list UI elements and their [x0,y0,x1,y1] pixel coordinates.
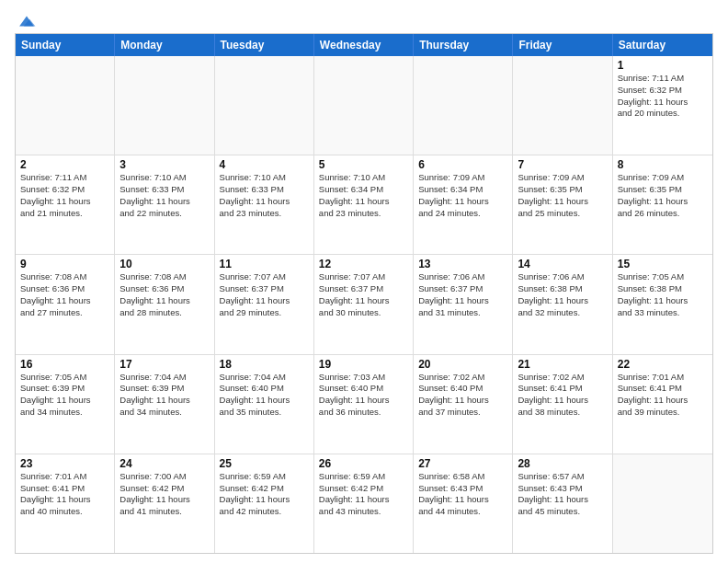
calendar-row: 2Sunrise: 7:11 AM Sunset: 6:32 PM Daylig… [16,155,712,254]
cell-text: Sunrise: 7:10 AM Sunset: 6:33 PM Dayligh… [119,172,209,219]
cell-text: Sunrise: 7:09 AM Sunset: 6:34 PM Dayligh… [418,172,507,219]
weekday-header: Sunday [16,34,115,56]
calendar-cell: 1Sunrise: 7:11 AM Sunset: 6:32 PM Daylig… [613,56,712,155]
day-number: 16 [20,358,109,371]
calendar-cell: 4Sunrise: 7:10 AM Sunset: 6:33 PM Daylig… [215,155,314,254]
calendar-cell: 27Sunrise: 6:58 AM Sunset: 6:43 PM Dayli… [414,454,513,553]
calendar-cell: 12Sunrise: 7:07 AM Sunset: 6:37 PM Dayli… [314,255,414,353]
calendar-cell: 11Sunrise: 7:07 AM Sunset: 6:37 PM Dayli… [215,255,314,353]
day-number: 11 [220,258,309,270]
day-number: 26 [319,457,408,470]
day-number: 3 [119,158,209,171]
calendar-cell: 28Sunrise: 6:57 AM Sunset: 6:43 PM Dayli… [513,454,612,553]
calendar-cell: 7Sunrise: 7:09 AM Sunset: 6:35 PM Daylig… [513,155,612,254]
calendar-cell: 20Sunrise: 7:02 AM Sunset: 6:40 PM Dayli… [414,355,513,454]
day-number: 9 [20,258,109,270]
cell-text: Sunrise: 6:59 AM Sunset: 6:42 PM Dayligh… [319,471,408,518]
day-number: 24 [119,457,209,470]
calendar-cell: 2Sunrise: 7:11 AM Sunset: 6:32 PM Daylig… [16,155,115,254]
weekday-header: Friday [513,34,612,56]
weekday-header: Tuesday [215,34,314,56]
day-number: 23 [20,457,109,470]
cell-text: Sunrise: 7:11 AM Sunset: 6:32 PM Dayligh… [618,73,708,120]
cell-text: Sunrise: 7:08 AM Sunset: 6:36 PM Dayligh… [20,271,109,318]
calendar-cell: 5Sunrise: 7:10 AM Sunset: 6:34 PM Daylig… [314,155,414,254]
day-number: 4 [220,158,309,171]
calendar-row: 16Sunrise: 7:05 AM Sunset: 6:39 PM Dayli… [16,354,712,454]
calendar-cell [613,454,712,553]
day-number: 25 [220,457,309,470]
weekday-header: Monday [115,34,214,56]
day-number: 10 [119,258,209,270]
cell-text: Sunrise: 6:59 AM Sunset: 6:42 PM Dayligh… [220,471,309,518]
day-number: 19 [319,358,408,371]
calendar-cell: 24Sunrise: 7:00 AM Sunset: 6:42 PM Dayli… [115,454,214,553]
calendar-cell: 13Sunrise: 7:06 AM Sunset: 6:37 PM Dayli… [414,255,513,353]
weekday-header: Saturday [613,34,712,56]
day-number: 17 [119,358,209,371]
calendar-cell: 25Sunrise: 6:59 AM Sunset: 6:42 PM Dayli… [215,454,314,553]
cell-text: Sunrise: 7:10 AM Sunset: 6:34 PM Dayligh… [319,172,408,219]
calendar-body: 1Sunrise: 7:11 AM Sunset: 6:32 PM Daylig… [16,56,712,553]
calendar-cell [115,56,214,155]
day-number: 27 [418,457,507,470]
calendar-row: 9Sunrise: 7:08 AM Sunset: 6:36 PM Daylig… [16,254,712,353]
cell-text: Sunrise: 7:05 AM Sunset: 6:38 PM Dayligh… [618,271,708,318]
logo-icon [17,11,37,31]
calendar-cell: 9Sunrise: 7:08 AM Sunset: 6:36 PM Daylig… [16,255,115,353]
calendar-cell [314,56,414,155]
day-number: 21 [518,358,607,371]
cell-text: Sunrise: 7:02 AM Sunset: 6:40 PM Dayligh… [418,372,507,419]
day-number: 20 [418,358,507,371]
calendar-cell [414,56,513,155]
calendar-header: SundayMondayTuesdayWednesdayThursdayFrid… [16,34,712,56]
calendar-cell: 21Sunrise: 7:02 AM Sunset: 6:41 PM Dayli… [513,355,612,454]
cell-text: Sunrise: 7:09 AM Sunset: 6:35 PM Dayligh… [618,172,708,219]
day-number: 7 [518,158,607,171]
cell-text: Sunrise: 7:11 AM Sunset: 6:32 PM Dayligh… [20,172,109,219]
calendar-cell: 6Sunrise: 7:09 AM Sunset: 6:34 PM Daylig… [414,155,513,254]
calendar-cell: 22Sunrise: 7:01 AM Sunset: 6:41 PM Dayli… [613,355,712,454]
logo [15,11,37,28]
calendar-cell: 8Sunrise: 7:09 AM Sunset: 6:35 PM Daylig… [613,155,712,254]
cell-text: Sunrise: 7:09 AM Sunset: 6:35 PM Dayligh… [518,172,607,219]
calendar-cell: 23Sunrise: 7:01 AM Sunset: 6:41 PM Dayli… [16,454,115,553]
calendar-cell: 3Sunrise: 7:10 AM Sunset: 6:33 PM Daylig… [115,155,214,254]
cell-text: Sunrise: 7:02 AM Sunset: 6:41 PM Dayligh… [518,372,607,419]
cell-text: Sunrise: 7:03 AM Sunset: 6:40 PM Dayligh… [319,372,408,419]
day-number: 22 [618,358,708,371]
calendar-cell: 26Sunrise: 6:59 AM Sunset: 6:42 PM Dayli… [314,454,414,553]
cell-text: Sunrise: 7:07 AM Sunset: 6:37 PM Dayligh… [220,271,309,318]
day-number: 13 [418,258,507,270]
day-number: 8 [618,158,708,171]
day-number: 2 [20,158,109,171]
cell-text: Sunrise: 7:04 AM Sunset: 6:40 PM Dayligh… [220,372,309,419]
calendar-cell [215,56,314,155]
calendar: SundayMondayTuesdayWednesdayThursdayFrid… [15,33,713,554]
calendar-row: 23Sunrise: 7:01 AM Sunset: 6:41 PM Dayli… [16,454,712,553]
cell-text: Sunrise: 7:10 AM Sunset: 6:33 PM Dayligh… [220,172,309,219]
weekday-header: Wednesday [314,34,414,56]
cell-text: Sunrise: 7:07 AM Sunset: 6:37 PM Dayligh… [319,271,408,318]
page: SundayMondayTuesdayWednesdayThursdayFrid… [0,0,728,563]
cell-text: Sunrise: 7:06 AM Sunset: 6:37 PM Dayligh… [418,271,507,318]
day-number: 5 [319,158,408,171]
day-number: 14 [518,258,607,270]
calendar-cell: 16Sunrise: 7:05 AM Sunset: 6:39 PM Dayli… [16,355,115,454]
cell-text: Sunrise: 7:05 AM Sunset: 6:39 PM Dayligh… [20,372,109,419]
day-number: 18 [220,358,309,371]
cell-text: Sunrise: 7:01 AM Sunset: 6:41 PM Dayligh… [20,471,109,518]
day-number: 28 [518,457,607,470]
calendar-cell [16,56,115,155]
cell-text: Sunrise: 7:08 AM Sunset: 6:36 PM Dayligh… [119,271,209,318]
day-number: 1 [618,59,708,72]
cell-text: Sunrise: 7:01 AM Sunset: 6:41 PM Dayligh… [618,372,708,419]
calendar-cell: 14Sunrise: 7:06 AM Sunset: 6:38 PM Dayli… [513,255,612,353]
cell-text: Sunrise: 6:57 AM Sunset: 6:43 PM Dayligh… [518,471,607,518]
calendar-row: 1Sunrise: 7:11 AM Sunset: 6:32 PM Daylig… [16,56,712,155]
weekday-header: Thursday [414,34,513,56]
cell-text: Sunrise: 7:00 AM Sunset: 6:42 PM Dayligh… [119,471,209,518]
day-number: 15 [618,258,708,270]
calendar-cell: 10Sunrise: 7:08 AM Sunset: 6:36 PM Dayli… [115,255,214,353]
cell-text: Sunrise: 6:58 AM Sunset: 6:43 PM Dayligh… [418,471,507,518]
